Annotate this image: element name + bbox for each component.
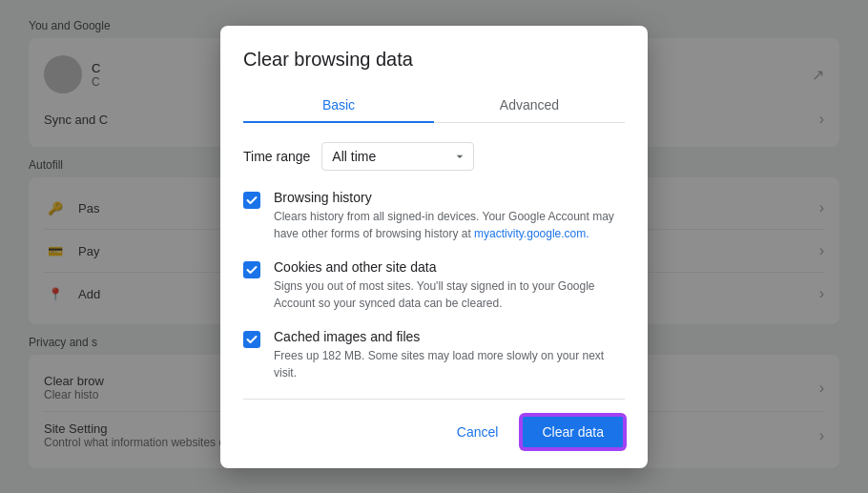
- cached-item: Cached images and files Frees up 182 MB.…: [243, 329, 625, 381]
- cookies-desc: Signs you out of most sites. You'll stay…: [274, 277, 625, 312]
- time-range-label: Time range: [243, 149, 310, 164]
- myactivity-link[interactable]: myactivity.google.com.: [474, 227, 589, 240]
- cookies-text: Cookies and other site data Signs you ou…: [274, 259, 625, 312]
- browsing-history-checkbox[interactable]: [243, 192, 260, 209]
- dialog-actions: Cancel Clear data: [243, 400, 625, 449]
- cookies-item: Cookies and other site data Signs you ou…: [243, 259, 625, 312]
- cookies-checkbox[interactable]: [243, 261, 260, 278]
- cached-checkbox-wrap[interactable]: [243, 331, 262, 350]
- dialog-tabs: Basic Advanced: [243, 88, 625, 123]
- browsing-history-title: Browsing history: [274, 190, 625, 205]
- clear-browsing-data-dialog: Clear browsing data Basic Advanced Time …: [220, 26, 648, 468]
- cancel-button[interactable]: Cancel: [442, 417, 514, 447]
- cached-text: Cached images and files Frees up 182 MB.…: [274, 329, 625, 381]
- tab-basic[interactable]: Basic: [243, 88, 434, 122]
- cookies-title: Cookies and other site data: [274, 259, 625, 275]
- browsing-history-desc: Clears history from all signed-in device…: [274, 208, 625, 242]
- cached-checkbox[interactable]: [243, 331, 260, 348]
- browsing-history-item: Browsing history Clears history from all…: [243, 190, 625, 242]
- dialog-title: Clear browsing data: [243, 49, 625, 71]
- time-range-select[interactable]: Last hour Last 24 hours Last 7 days Last…: [321, 142, 474, 171]
- modal-overlay: Clear browsing data Basic Advanced Time …: [0, 0, 868, 493]
- time-range-row: Time range Last hour Last 24 hours Last …: [243, 142, 625, 171]
- cookies-checkbox-wrap[interactable]: [243, 261, 262, 280]
- cached-title: Cached images and files: [274, 329, 625, 344]
- browsing-history-text: Browsing history Clears history from all…: [274, 190, 625, 242]
- cached-desc: Frees up 182 MB. Some sites may load mor…: [274, 347, 625, 381]
- tab-advanced[interactable]: Advanced: [434, 88, 625, 122]
- browsing-history-checkbox-wrap[interactable]: [243, 192, 262, 211]
- clear-data-button[interactable]: Clear data: [521, 415, 625, 449]
